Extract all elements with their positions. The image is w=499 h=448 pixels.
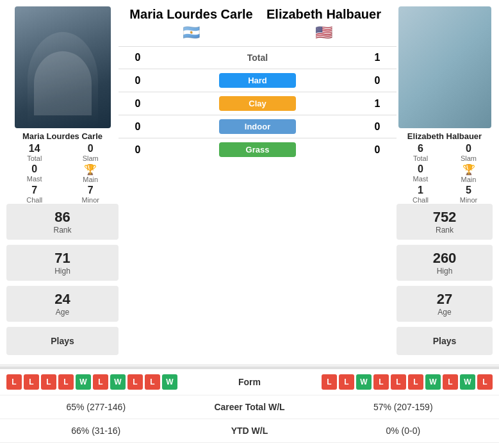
left-slam-val: 0 Slam — [63, 143, 119, 162]
right-trophy-icon: 🏆 Main — [445, 163, 493, 183]
grass-btn[interactable]: Grass — [219, 142, 296, 157]
left-plays-block: Plays — [6, 327, 119, 355]
right-player-column: Elizabeth Halbauer 6 Total 0 Slam 0 Mast… — [397, 6, 493, 204]
indoor-left-score: 0 — [128, 121, 147, 133]
form-row: LLLLWLWLLW Form LLWLLLWLWL — [0, 369, 499, 395]
win-badge: W — [162, 374, 177, 390]
clay-left-score: 0 — [128, 98, 147, 110]
stats-right-value: 0% (0-0) — [314, 426, 493, 436]
left-player-name-center: Maria Lourdes Carle — [125, 6, 258, 22]
indoor-btn[interactable]: Indoor — [219, 119, 296, 134]
form-label: Form — [211, 377, 288, 387]
top-row: Maria Lourdes Carle 14 Total 0 Slam 0 Ma… — [0, 0, 499, 204]
form-badges-left: LLLLWLWLLW — [6, 374, 211, 390]
right-player-name-center: Elizabeth Halbauer — [258, 6, 390, 22]
total-label: Total — [147, 53, 368, 63]
left-trophy-icon: 🏆 Main — [63, 163, 119, 183]
loss-badge: L — [373, 374, 389, 390]
right-total-val: 6 Total — [397, 143, 445, 162]
main-container: Maria Lourdes Carle 14 Total 0 Slam 0 Ma… — [0, 0, 499, 448]
left-rank-block: 86 Rank — [6, 204, 119, 240]
right-minor-val: 5 Minor — [445, 185, 493, 204]
loss-badge: L — [391, 374, 406, 390]
right-chall-val: 1 Chall — [397, 185, 445, 204]
grass-left-score: 0 — [128, 144, 147, 156]
clay-row: 0 Clay 1 — [119, 92, 397, 115]
left-high-block: 71 High — [6, 245, 119, 281]
loss-badge: L — [477, 374, 493, 390]
grass-row: 0 Grass 0 — [119, 138, 397, 161]
loss-badge: L — [339, 374, 354, 390]
stats-center-label: Career Total W/L — [186, 402, 314, 412]
right-player-name: Elizabeth Halbauer — [407, 131, 482, 141]
loss-badge: L — [93, 374, 108, 390]
right-flag: 🇺🇸 — [258, 24, 390, 41]
left-player-name: Maria Lourdes Carle — [22, 131, 102, 141]
form-badges-right: LLWLLLWLWL — [288, 374, 493, 390]
right-mast-val: 0 Mast — [397, 163, 445, 183]
stats-left-value: 66% (31-16) — [6, 426, 186, 436]
hard-right-score: 0 — [368, 75, 387, 87]
win-badge: W — [110, 374, 126, 390]
indoor-right-score: 0 — [368, 121, 387, 133]
left-age-block: 24 Age — [6, 286, 119, 322]
loss-badge: L — [58, 374, 74, 390]
left-total-val: 14 Total — [6, 143, 63, 162]
stats-right-value: 57% (207-159) — [314, 402, 493, 412]
left-minor-val: 7 Minor — [63, 185, 119, 204]
grass-right-score: 0 — [368, 144, 387, 156]
stats-row: 66% (31-16)YTD W/L0% (0-0) — [0, 419, 499, 443]
win-badge: W — [356, 374, 372, 390]
center-stats-spacer — [119, 204, 397, 358]
hard-row: 0 Hard 0 — [119, 69, 397, 92]
right-age-block: 27 Age — [397, 286, 493, 322]
form-section: LLLLWLWLLW Form LLWLLLWLWL — [0, 367, 499, 395]
left-player-column: Maria Lourdes Carle 14 Total 0 Slam 0 Ma… — [6, 6, 119, 204]
loss-badge: L — [322, 374, 337, 390]
loss-badge: L — [6, 374, 22, 390]
hard-left-score: 0 — [128, 75, 147, 87]
center-column: Maria Lourdes Carle 🇦🇷 Elizabeth Halbaue… — [119, 6, 397, 161]
total-right-score: 1 — [368, 52, 387, 63]
left-flag: 🇦🇷 — [125, 24, 258, 41]
win-badge: W — [460, 374, 475, 390]
clay-btn[interactable]: Clay — [219, 96, 296, 111]
stats-row: 65% (277-146)Career Total W/L57% (207-15… — [0, 395, 499, 419]
left-mast-val: 0 Mast — [6, 163, 63, 183]
loss-badge: L — [41, 374, 56, 390]
indoor-row: 0 Indoor 0 — [119, 115, 397, 138]
hard-btn[interactable]: Hard — [219, 73, 296, 88]
left-stats-blocks: 86 Rank 71 High 24 Age Plays — [6, 204, 119, 358]
left-player-photo — [15, 6, 111, 128]
right-high-block: 260 High — [397, 245, 493, 281]
left-chall-val: 7 Chall — [6, 185, 63, 204]
win-badge: W — [425, 374, 441, 390]
loss-badge: L — [145, 374, 160, 390]
total-left-score: 0 — [128, 52, 147, 63]
loss-badge: L — [408, 374, 423, 390]
clay-right-score: 1 — [368, 98, 387, 110]
left-mini-stats: 14 Total 0 Slam 0 Mast 🏆 Main 7 Chall — [6, 143, 119, 204]
right-slam-val: 0 Slam — [445, 143, 493, 162]
total-row: 0 Total 1 — [119, 46, 397, 69]
right-mini-stats: 6 Total 0 Slam 0 Mast 🏆 Main 1 Chall — [397, 143, 493, 204]
right-rank-block: 752 Rank — [397, 204, 493, 240]
loss-badge: L — [443, 374, 458, 390]
loss-badge: L — [24, 374, 39, 390]
stats-table: 65% (277-146)Career Total W/L57% (207-15… — [0, 395, 499, 448]
stats-left-value: 65% (277-146) — [6, 402, 186, 412]
right-stats-blocks: 752 Rank 260 High 27 Age Plays — [397, 204, 493, 358]
loss-badge: L — [127, 374, 143, 390]
win-badge: W — [76, 374, 91, 390]
stats-row: $216,750Career Prize Money$1,225 — [0, 443, 499, 448]
right-plays-block: Plays — [397, 327, 493, 355]
stats-blocks-row: 86 Rank 71 High 24 Age Plays 752 Rank — [0, 204, 499, 364]
stats-center-label: YTD W/L — [186, 426, 314, 436]
right-player-photo — [398, 6, 491, 128]
